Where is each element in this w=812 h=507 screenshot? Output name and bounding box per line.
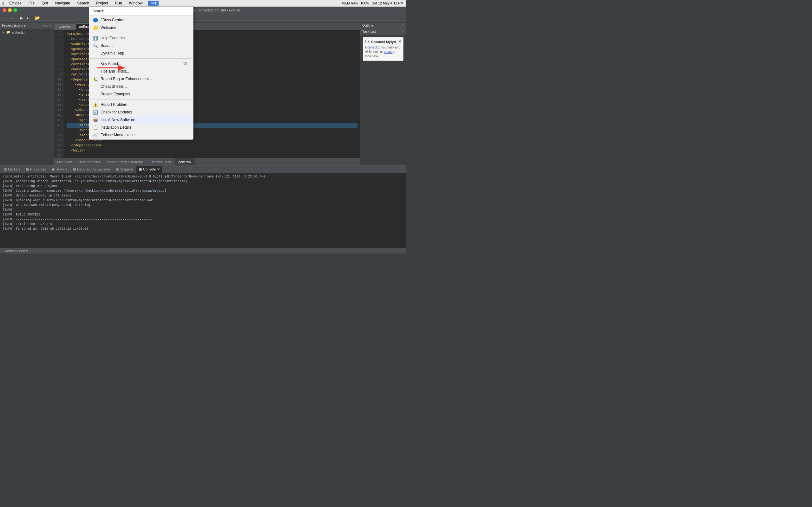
mylyn-title-text: Connect Mylyn (371, 40, 396, 44)
help-contents-icon: ℹ️ (93, 36, 98, 41)
outline-close-icon[interactable]: ✕ (402, 24, 404, 27)
line-num-5: 5 (55, 52, 61, 57)
mylyn-connect-link[interactable]: Connect (365, 46, 377, 49)
help-search-input[interactable] (106, 9, 190, 13)
console-line-12: [INFO] Finished at: 2018-05-12T13:22:11+… (3, 227, 403, 231)
help-menu-item-search[interactable]: 🔍 Search (89, 42, 193, 49)
menu-window[interactable]: Window (128, 1, 144, 6)
tasklist-title: Task List (362, 30, 376, 33)
line-num-9: 9 (55, 72, 61, 77)
folder-icon: 📁 (6, 30, 10, 34)
tips-label: Tips and Tricks... (101, 69, 189, 73)
help-menu-search-bar: Search (89, 7, 193, 15)
apple-logo-icon:  (3, 1, 4, 6)
help-search-label: Search (92, 9, 104, 13)
line-num-21: 21 (55, 133, 61, 138)
menu-eclipse[interactable]: Eclipse (8, 1, 23, 6)
editor-tab-pom-xml[interactable]: pom.xml (175, 158, 195, 165)
maximize-panel-icon[interactable]: □ (46, 24, 48, 27)
bottom-tab-servers[interactable]: ▣ Servers (49, 166, 70, 173)
eclipse-marketplace-label: Eclipse Marketplace... (101, 133, 189, 137)
minimize-button[interactable] (8, 8, 12, 12)
help-menu-item-tips[interactable]: Tips and Tricks... (89, 67, 193, 75)
line-num-17: 17 (55, 112, 61, 118)
menu-edit[interactable]: Edit (40, 1, 49, 6)
status-text: 0 items selected (3, 249, 28, 253)
mylyn-create-link[interactable]: create (384, 50, 393, 54)
mylyn-panel: ⓘ Connect Mylyn ✕ Connect to your task a… (363, 37, 403, 61)
maximize-button[interactable] (13, 8, 17, 12)
help-menu-item-help-contents[interactable]: ℹ️ Help Contents (89, 34, 193, 42)
console-line-7: [INFO] WEB-INF/web.xml already added, sk… (3, 203, 403, 208)
help-menu-item-jboss[interactable]: 🔵 JBoss Central (89, 16, 193, 24)
minimize-panel-icon[interactable]: ─ (43, 24, 45, 27)
menubar-right: MEM 69% 100% Sat 12 May 4:12 PM (342, 1, 403, 5)
help-menu-item-welcome[interactable]: 🟡 Welcome (89, 24, 193, 32)
key-assist-icon (93, 61, 98, 66)
editor-tab-dependencies[interactable]: Dependencies (75, 158, 104, 165)
bottom-panel: ▣ Markers ▣ Properties ▣ Servers ▣ Data … (0, 165, 406, 248)
eclipse-window: Java EE - artifactid/pom.xml - Eclipse ←… (0, 7, 406, 253)
bottom-tab-markers[interactable]: ▣ Markers (1, 166, 23, 173)
title-bar: Java EE - artifactid/pom.xml - Eclipse (0, 7, 406, 14)
check-updates-icon: 🔄 (93, 110, 98, 115)
toolbar-forward-button[interactable]: → (9, 15, 15, 21)
welcome-icon: 🟡 (93, 25, 98, 30)
toolbar-open-button[interactable]: 📂 (34, 15, 41, 21)
line-numbers: 1 2 3 4 5 6 7 8 9 10 11 12 13 14 15 16 1 (54, 30, 64, 158)
menu-help[interactable]: Help (148, 1, 159, 6)
project-examples-icon (93, 92, 98, 97)
help-menu-item-report-problem[interactable]: ⚠️ Report Problem (89, 101, 193, 108)
help-menu-item-key-assist[interactable]: Key Assist... ⇧⌘L (89, 60, 193, 67)
toolbar-back-button[interactable]: ← (1, 15, 8, 21)
help-menu[interactable]: Search 🔵 JBoss Central 🟡 Welcome ℹ️ Help… (89, 7, 194, 140)
menu-divider-2 (89, 58, 193, 59)
close-panel-icon[interactable]: ✕ (49, 24, 52, 27)
tab-web-xml[interactable]: web.xml (55, 24, 75, 30)
help-menu-item-project-examples[interactable]: Project Examples... (89, 90, 193, 98)
help-menu-item-install-software[interactable]: 📦 Install New Software... (89, 116, 193, 124)
help-menu-item-eclipse-marketplace[interactable]: 🛒 Eclipse Marketplace... (89, 131, 193, 139)
bottom-tab-console[interactable]: ▣ Console ✕ (136, 166, 162, 173)
bottom-tab-data-source-explorer[interactable]: ▣ Data Source Explorer (70, 166, 113, 173)
mylyn-close-icon[interactable]: ✕ (398, 40, 401, 44)
toolbar-new-button[interactable]: ▶ (19, 15, 24, 21)
help-menu-item-check-updates[interactable]: 🔄 Check for Updates (89, 108, 193, 116)
tasklist-close-icon[interactable]: ✕ (402, 30, 404, 33)
mac-menubar:  Eclipse File Edit Navigate Search Proj… (0, 0, 406, 7)
help-menu-item-cheat-sheets[interactable]: Cheat Sheets... (89, 83, 193, 90)
editor-tab-dependency-hierarchy[interactable]: Dependency Hierarchy (104, 158, 146, 165)
menu-search[interactable]: Search (76, 1, 90, 6)
report-bug-icon: 🐛 (93, 76, 98, 81)
menu-navigate[interactable]: Navigate (54, 1, 71, 6)
editor-tab-effective-pom[interactable]: Effective POM (146, 158, 175, 165)
help-menu-section-3: Key Assist... ⇧⌘L Tips and Tricks... 🐛 R… (89, 59, 193, 99)
line-num-6: 6 (55, 57, 61, 62)
mylyn-content: Connect to your task and ALM tools or cr… (365, 45, 401, 59)
tree-item-artifactid[interactable]: ► 📁 artifactid (1, 30, 52, 35)
bottom-tab-properties[interactable]: ▣ Properties (23, 166, 49, 173)
line-num-3: 3 (55, 42, 61, 47)
main-layout: Project Explorer ─ □ ✕ ► 📁 artifactid we… (0, 22, 406, 165)
menu-file[interactable]: File (27, 1, 36, 6)
project-explorer-title: Project Explorer (2, 23, 27, 27)
help-menu-item-installation-details[interactable]: 📋 Installation Details (89, 124, 193, 131)
toolbar-debug-button[interactable]: ● (25, 15, 30, 21)
editor-tab-overview[interactable]: Overview (54, 158, 75, 165)
help-menu-item-report-bug[interactable]: 🐛 Report Bug or Enhancement... (89, 75, 193, 83)
help-menu-item-dynamic-help[interactable]: Dynamic Help (89, 49, 193, 57)
console-line-1: <terminated> artifactid [Maven Build] /L… (3, 174, 403, 179)
menu-run[interactable]: Run (114, 1, 123, 6)
clock: Sat 12 May 4:12 PM (372, 1, 403, 5)
console-output: <terminated> artifactid [Maven Build] /L… (0, 173, 406, 248)
menu-project[interactable]: Project (95, 1, 109, 6)
project-examples-label: Project Examples... (101, 92, 189, 96)
console-line-6: [INFO] Building war: /Users/kun/Desktop/… (3, 198, 403, 203)
close-button[interactable] (3, 8, 6, 12)
installation-details-label: Installation Details (101, 125, 189, 130)
traffic-lights (3, 8, 17, 12)
key-assist-label: Key Assist... (101, 61, 179, 66)
bottom-tab-snippets[interactable]: ▣ Snippets (113, 166, 136, 173)
install-software-icon: 📦 (93, 117, 98, 122)
project-explorer-header: Project Explorer ─ □ ✕ (0, 22, 54, 29)
